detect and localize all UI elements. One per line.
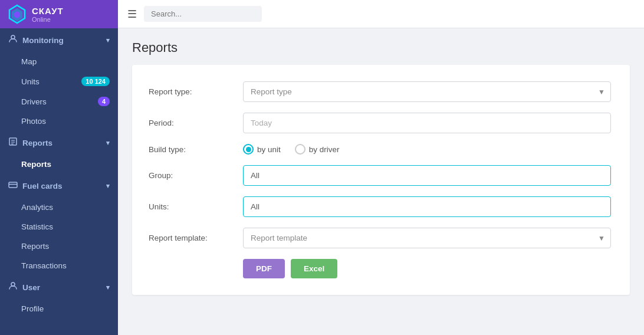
fuelcards-icon xyxy=(8,180,18,192)
radio-by-driver[interactable]: by driver xyxy=(295,144,340,155)
period-input[interactable] xyxy=(243,113,611,133)
report-type-select-wrapper: Report type ▼ xyxy=(243,81,611,102)
group-row: Group: xyxy=(149,165,611,186)
report-template-select-wrapper: Report template ▼ xyxy=(243,228,611,248)
report-template-label: Report template: xyxy=(149,234,243,242)
build-type-label: Build type: xyxy=(149,145,243,154)
logo-icon xyxy=(7,4,27,24)
pdf-button[interactable]: PDF xyxy=(243,259,285,278)
drivers-badge: 4 xyxy=(98,97,110,106)
period-label: Period: xyxy=(149,119,243,127)
reports-section-label: Reports xyxy=(22,139,52,147)
form-card: Report type: Report type ▼ Period: xyxy=(132,65,630,295)
sidebar-section-monitoring[interactable]: Monitoring ▾ xyxy=(0,28,118,52)
report-type-label: Report type: xyxy=(149,87,243,96)
group-input[interactable] xyxy=(243,165,611,186)
excel-button[interactable]: Excel xyxy=(291,259,337,278)
main-area: ☰ Reports Report type: Report type ▼ xyxy=(118,0,644,335)
svg-point-3 xyxy=(11,35,15,39)
radio-by-driver-label: by driver xyxy=(309,145,340,154)
group-label: Group: xyxy=(149,171,243,180)
logo-title: СКАУТ xyxy=(32,6,64,16)
monitoring-chevron: ▾ xyxy=(106,37,110,44)
sidebar-section-user[interactable]: User ▾ xyxy=(0,275,118,299)
search-input[interactable] xyxy=(144,6,262,22)
period-row: Period: xyxy=(149,113,611,133)
sidebar-section-fuelcards[interactable]: Fuel cards ▾ xyxy=(0,174,118,198)
reports-chevron: ▾ xyxy=(106,139,110,147)
sidebar-item-units[interactable]: Units 10 124 xyxy=(0,71,118,91)
radio-by-unit-circle xyxy=(243,144,254,155)
units-row: Units: xyxy=(149,196,611,217)
sidebar-item-reports[interactable]: Reports xyxy=(0,155,118,174)
units-label: Units: xyxy=(149,202,243,211)
sidebar-item-photos[interactable]: Photos xyxy=(0,111,118,131)
sidebar-item-map[interactable]: Map xyxy=(0,52,118,71)
sidebar-item-statistics[interactable]: Statistics xyxy=(0,217,118,237)
fuelcards-chevron: ▾ xyxy=(106,182,110,190)
sidebar-item-drivers[interactable]: Drivers 4 xyxy=(0,91,118,111)
monitoring-icon xyxy=(8,34,18,46)
logo-subtitle: Online xyxy=(32,16,64,23)
radio-group: by unit by driver xyxy=(243,144,611,155)
units-badge: 10 124 xyxy=(81,77,110,86)
report-template-row: Report template: Report template ▼ xyxy=(149,228,611,248)
topbar: ☰ xyxy=(118,0,644,28)
sidebar-item-reports-fc[interactable]: Reports xyxy=(0,237,118,256)
sidebar-section-reports[interactable]: Reports ▾ xyxy=(0,131,118,155)
btn-row: PDF Excel xyxy=(243,259,611,278)
radio-by-unit-label: by unit xyxy=(257,145,281,154)
user-chevron: ▾ xyxy=(106,284,110,291)
menu-icon[interactable]: ☰ xyxy=(127,8,137,21)
sidebar-item-transactions[interactable]: Transactions xyxy=(0,256,118,275)
units-input[interactable] xyxy=(243,196,611,217)
logo: СКАУТ Online xyxy=(0,0,118,28)
radio-by-unit[interactable]: by unit xyxy=(243,144,281,155)
radio-by-driver-circle xyxy=(295,144,305,155)
sidebar: СКАУТ Online Monitoring ▾ Map Units 10 1… xyxy=(0,0,118,335)
user-icon xyxy=(8,281,18,293)
page-title: Reports xyxy=(132,40,630,55)
monitoring-label: Monitoring xyxy=(22,36,64,45)
sidebar-item-profile[interactable]: Profile xyxy=(0,299,118,318)
user-label: User xyxy=(22,283,40,292)
sidebar-item-analytics[interactable]: Analytics xyxy=(0,198,118,217)
content: Reports Report type: Report type ▼ Perio… xyxy=(118,28,644,335)
svg-point-10 xyxy=(11,283,15,286)
fuelcards-label: Fuel cards xyxy=(22,182,63,191)
reports-icon xyxy=(8,137,18,149)
report-template-select[interactable]: Report template xyxy=(243,228,611,248)
svg-rect-8 xyxy=(9,182,17,188)
report-type-row: Report type: Report type ▼ xyxy=(149,81,611,102)
build-type-row: Build type: by unit by driver xyxy=(149,144,611,155)
report-type-select[interactable]: Report type xyxy=(243,81,611,102)
